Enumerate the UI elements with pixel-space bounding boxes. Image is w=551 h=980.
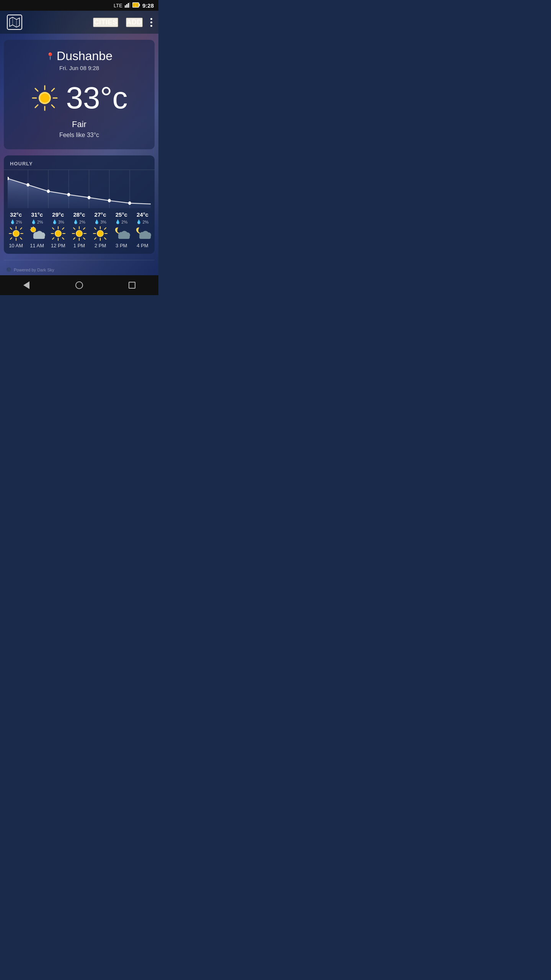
temperature-display: 33°c — [66, 83, 128, 113]
svg-point-79 — [98, 231, 103, 236]
svg-point-40 — [13, 231, 19, 236]
svg-rect-7 — [7, 15, 22, 29]
hourly-temp: 28°c — [73, 211, 85, 218]
hourly-temp: 31°c — [31, 211, 43, 218]
city-name: Dushanbe — [57, 49, 112, 63]
hourly-weather-icon — [135, 226, 150, 241]
svg-rect-2 — [128, 3, 129, 8]
svg-line-76 — [104, 228, 106, 229]
city-name-row: 📍 Dushanbe — [11, 49, 147, 63]
app-header: CITIES ADD — [0, 11, 158, 34]
drop-icon: 💧 — [31, 219, 36, 224]
svg-line-75 — [104, 238, 106, 239]
svg-rect-1 — [126, 4, 127, 8]
hourly-precip: 💧2% — [73, 219, 85, 224]
svg-line-55 — [62, 238, 64, 239]
time-display: 9:28 — [142, 2, 154, 9]
svg-line-64 — [73, 228, 75, 229]
dot1 — [150, 18, 152, 20]
navigation-bar — [0, 275, 158, 295]
home-icon — [75, 281, 83, 289]
header-right: CITIES ADD — [93, 18, 152, 27]
hourly-time: 12 PM — [51, 243, 65, 248]
powered-by: 🌑 Powered by Dark Sky — [0, 264, 158, 275]
drop-icon: 💧 — [94, 219, 99, 224]
svg-point-59 — [55, 231, 61, 236]
signal-indicator: LTE — [114, 3, 122, 8]
status-bar: LTE ⚡ 9:28 — [0, 0, 158, 11]
dot3 — [150, 25, 152, 27]
hourly-temp: 25°c — [116, 211, 127, 218]
back-icon — [23, 281, 29, 289]
svg-line-67 — [73, 238, 75, 239]
map-logo[interactable] — [6, 14, 23, 31]
hourly-section: HOURLY — [4, 155, 155, 254]
temp-row: 33°c — [11, 83, 147, 113]
svg-line-56 — [62, 228, 64, 229]
hourly-weather-icon — [29, 226, 45, 241]
hourly-weather-icon — [72, 226, 87, 241]
weather-sun-icon — [31, 84, 59, 112]
svg-line-66 — [83, 228, 85, 229]
back-button[interactable] — [19, 278, 34, 293]
header-left — [6, 14, 23, 31]
add-button[interactable]: ADD — [126, 18, 143, 27]
weather-card: 📍 Dushanbe Fri. Jun 08 9:28 — [4, 40, 155, 149]
svg-rect-5 — [139, 4, 140, 6]
drop-icon: 💧 — [136, 219, 142, 224]
hourly-time: 11 AM — [30, 243, 44, 248]
more-menu-button[interactable] — [150, 18, 152, 27]
hourly-time: 10 AM — [9, 243, 23, 248]
svg-line-13 — [52, 105, 54, 108]
hourly-temp: 24°c — [137, 211, 148, 218]
svg-line-38 — [10, 238, 12, 239]
svg-line-54 — [52, 228, 54, 229]
drop-icon: 💧 — [73, 219, 78, 224]
feels-like: Feels like 33°c — [11, 132, 147, 139]
svg-line-15 — [35, 105, 38, 108]
hourly-time: 2 PM — [95, 243, 106, 248]
svg-line-14 — [52, 88, 54, 91]
hourly-time: 4 PM — [137, 243, 148, 248]
footer-divider — [4, 260, 155, 260]
svg-line-57 — [52, 238, 54, 239]
hourly-precip: 💧3% — [94, 219, 106, 224]
svg-rect-49 — [33, 235, 45, 239]
svg-line-35 — [10, 228, 12, 229]
recents-icon — [129, 282, 135, 289]
date-time: Fri. Jun 08 9:28 — [11, 65, 147, 71]
signal-bars — [125, 2, 130, 9]
hourly-temp: 32°c — [10, 211, 22, 218]
cities-button[interactable]: CITIES — [93, 18, 118, 27]
recents-button[interactable] — [124, 278, 140, 293]
svg-line-36 — [20, 238, 22, 239]
drop-icon: 💧 — [52, 219, 57, 224]
svg-line-74 — [95, 228, 96, 229]
weather-condition: Fair — [11, 119, 147, 129]
hourly-precip: 💧2% — [31, 219, 43, 224]
svg-line-65 — [83, 238, 85, 239]
home-button[interactable] — [72, 278, 87, 293]
svg-text:⚡: ⚡ — [134, 3, 137, 7]
hourly-weather-icon — [114, 226, 129, 241]
hourly-time: 3 PM — [116, 243, 127, 248]
svg-rect-3 — [129, 2, 130, 8]
hourly-weather-icon — [8, 226, 24, 241]
hourly-item: 32°c💧2% 10 AM — [7, 211, 25, 248]
hourly-item: 25°c💧2% 3 PM — [112, 211, 130, 248]
svg-line-77 — [95, 238, 96, 239]
svg-point-17 — [40, 93, 49, 103]
svg-line-12 — [35, 88, 38, 91]
darksky-icon: 🌑 — [6, 267, 11, 272]
drop-icon: 💧 — [115, 219, 121, 224]
hourly-precip: 💧2% — [115, 219, 127, 224]
hourly-temp: 27°c — [95, 211, 106, 218]
hourly-item: 27°c💧3% 2 PM — [91, 211, 109, 248]
hourly-precip: 💧2% — [10, 219, 22, 224]
hourly-header: HOURLY — [4, 155, 155, 170]
hourly-items: 32°c💧2% 10 AM31°c💧2% — [4, 208, 155, 250]
hourly-weather-icon — [51, 226, 66, 241]
hourly-precip: 💧2% — [136, 219, 148, 224]
hourly-time: 1 PM — [73, 243, 85, 248]
hourly-weather-icon — [93, 226, 108, 241]
